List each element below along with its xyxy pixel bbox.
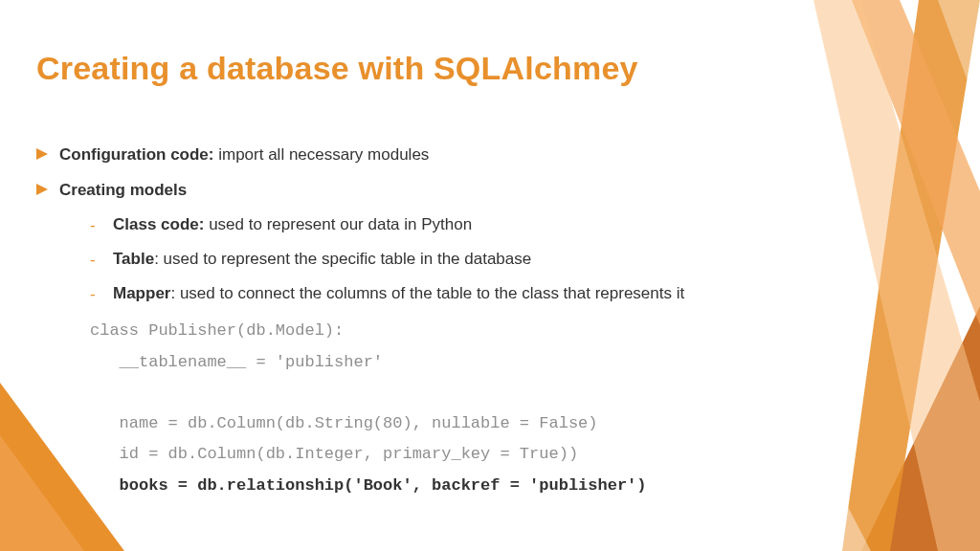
svg-marker-8 bbox=[36, 148, 48, 160]
svg-marker-3 bbox=[813, 0, 980, 551]
sub-rest: used to represent our data in Python bbox=[204, 215, 472, 233]
dash-bullet-icon: - bbox=[90, 249, 103, 273]
sub-rest: : used to represent the specific table i… bbox=[154, 250, 531, 268]
svg-marker-5 bbox=[785, 459, 871, 551]
bullet-item: Creating models bbox=[36, 179, 783, 203]
code-line: name = db.Column(db.String(80), nullable… bbox=[90, 408, 783, 439]
sub-bullet-text: Table: used to represent the specific ta… bbox=[113, 248, 783, 272]
bullet-bold: Configuration code: bbox=[59, 145, 213, 164]
bullet-rest: import all necessary modules bbox=[213, 145, 429, 164]
dash-bullet-icon: - bbox=[90, 283, 103, 307]
bullet-text: Configuration code: import all necessary… bbox=[59, 143, 783, 167]
triangle-bullet-icon bbox=[36, 148, 48, 160]
sub-bold: Class code: bbox=[113, 215, 204, 233]
slide-title: Creating a database with SQLAlchmey bbox=[36, 50, 638, 87]
svg-marker-4 bbox=[938, 0, 980, 115]
sub-bullet-item: - Mapper: used to connect the columns of… bbox=[90, 282, 783, 307]
code-line bbox=[90, 378, 783, 408]
slide: Creating a database with SQLAlchmey Conf… bbox=[0, 0, 980, 551]
sub-bold: Mapper bbox=[113, 284, 170, 302]
code-line: id = db.Column(db.Integer, primary_key =… bbox=[90, 439, 783, 470]
bullet-text: Creating models bbox=[59, 179, 783, 203]
code-block: class Publisher(db.Model): __tablename__… bbox=[90, 316, 783, 501]
svg-marker-0 bbox=[861, 0, 980, 551]
sub-bold: Table bbox=[113, 250, 154, 268]
code-line: class Publisher(db.Model): bbox=[90, 316, 783, 346]
sub-bullet-item: - Class code: used to represent our data… bbox=[90, 213, 783, 238]
bullet-bold: Creating models bbox=[59, 181, 187, 199]
svg-marker-1 bbox=[842, 0, 980, 551]
sub-bullet-item: - Table: used to represent the specific … bbox=[90, 248, 783, 273]
svg-marker-2 bbox=[852, 0, 980, 325]
slide-content: Configuration code: import all necessary… bbox=[36, 143, 783, 501]
bullet-item: Configuration code: import all necessary… bbox=[36, 143, 783, 167]
svg-marker-9 bbox=[36, 184, 48, 195]
sub-bullet-text: Mapper: used to connect the columns of t… bbox=[113, 282, 783, 306]
sub-rest: : used to connect the columns of the tab… bbox=[170, 284, 684, 302]
sub-bullet-text: Class code: used to represent our data i… bbox=[113, 213, 783, 237]
code-line-bold: books = db.relationship('Book', backref … bbox=[90, 471, 783, 501]
triangle-bullet-icon bbox=[36, 184, 48, 195]
sub-bullet-list: - Class code: used to represent our data… bbox=[90, 213, 783, 306]
code-line: __tablename__ = 'publisher' bbox=[90, 347, 783, 378]
dash-bullet-icon: - bbox=[90, 214, 103, 238]
